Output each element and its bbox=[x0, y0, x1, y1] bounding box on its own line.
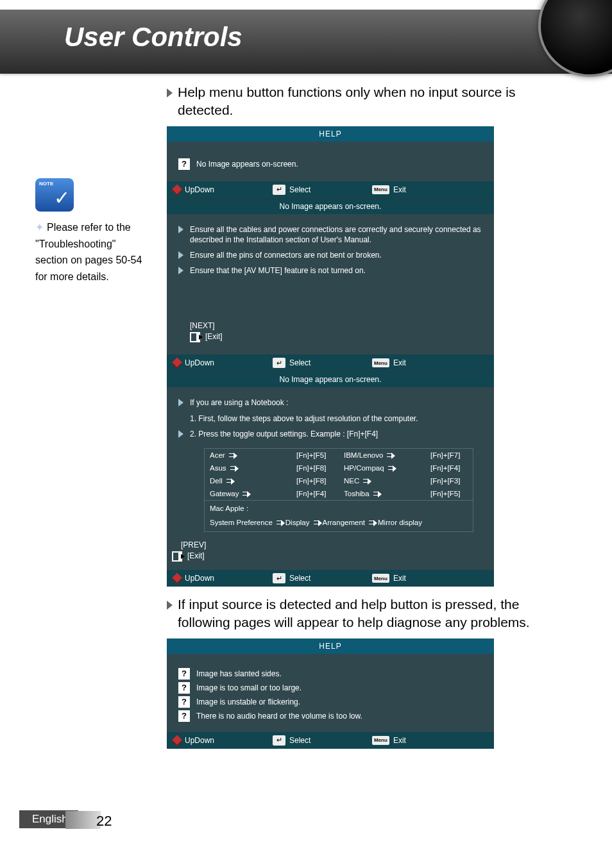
osd-control-bar: UpDown ↵Select MenuExit bbox=[167, 355, 494, 371]
bullet-icon bbox=[167, 88, 173, 97]
osd-control-bar: UpDown ↵Select MenuExit bbox=[167, 181, 494, 198]
fn-key-table: Acer[Fn]+[F5] IBM/Lenovo[Fn]+[F7] Asus[F… bbox=[204, 448, 473, 532]
question-icon: ? bbox=[178, 158, 190, 170]
updown-icon bbox=[172, 184, 183, 195]
intro-2: If input source is detected and help but… bbox=[167, 596, 552, 632]
step-arrow-icon bbox=[178, 226, 183, 233]
osd-help-1: HELP ?No Image appears on-screen. UpDown… bbox=[167, 126, 494, 587]
menu-icon: Menu bbox=[372, 185, 389, 194]
next-link: [NEXT] bbox=[190, 321, 471, 330]
step-arrow-icon bbox=[178, 251, 183, 259]
osd-subtitle: No Image appears on-screen. bbox=[167, 198, 494, 214]
osd-title: HELP bbox=[167, 126, 494, 142]
exit-icon bbox=[190, 332, 200, 342]
exit-link: [Exit] bbox=[205, 333, 223, 342]
note-badge: NOTE ✓ bbox=[35, 178, 74, 212]
intro-1: Help menu button functions only when no … bbox=[167, 83, 552, 120]
osd-subtitle: No Image appears on-screen. bbox=[167, 371, 494, 387]
osd-help-2: HELP ?Image has slanted sides. ?Image is… bbox=[167, 638, 494, 749]
enter-icon: ↵ bbox=[273, 185, 285, 195]
page-number: 22 bbox=[96, 813, 112, 830]
page-title: User Controls bbox=[64, 22, 242, 53]
note-text: ✦Please refer to the "Troubleshooting" s… bbox=[35, 219, 144, 285]
prev-link: [PREV] bbox=[181, 540, 471, 549]
step-arrow-icon bbox=[178, 267, 183, 274]
help-topic: No Image appears on-screen. bbox=[196, 160, 298, 169]
